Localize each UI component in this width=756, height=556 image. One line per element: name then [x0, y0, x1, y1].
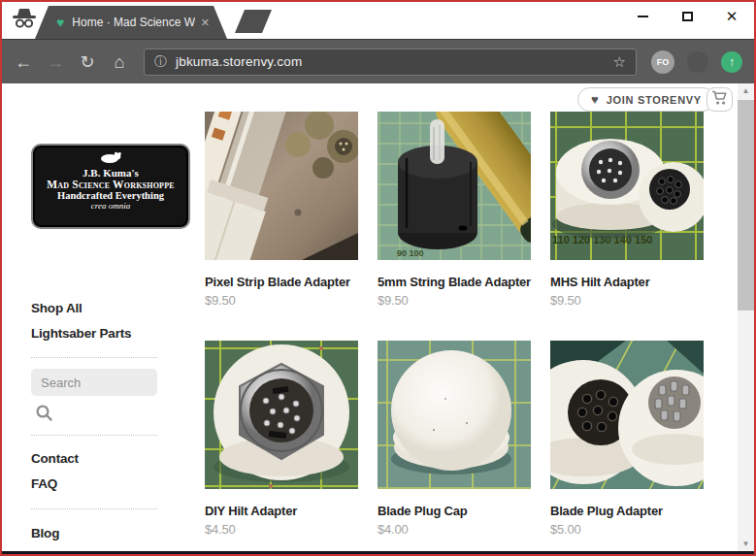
scroll-down-icon[interactable]: ▼ — [738, 537, 754, 551]
logo-line2: Mad Science Workshoppe — [33, 179, 188, 190]
product-photo-blade-plug-adapter — [550, 341, 704, 489]
product-title[interactable]: MHS Hilt Adapter — [550, 275, 704, 289]
product-image[interactable] — [205, 341, 358, 489]
product-price: $9.50 — [378, 293, 531, 308]
profile-avatar[interactable]: FO — [651, 50, 674, 74]
product-title[interactable]: Pixel Strip Blade Adapter — [205, 275, 358, 289]
product-price: $4.00 — [378, 522, 531, 537]
logo-line3: Handcrafted Everything — [33, 190, 188, 201]
incognito-icon — [10, 8, 39, 33]
product-title[interactable]: 5mm String Blade Adapter — [378, 275, 531, 289]
product-card: 90 100 — [378, 112, 531, 308]
tab-title: Home · Mad Science Wo — [72, 16, 194, 29]
forward-icon[interactable]: → — [46, 53, 65, 71]
logo-line1: J.B. Kuma's — [33, 167, 188, 179]
close-button[interactable]: ✕ — [715, 4, 748, 29]
bookmark-star-icon[interactable]: ☆ — [613, 53, 626, 71]
scrollbar[interactable]: ▲ ▼ — [738, 83, 754, 551]
sidebar-divider — [31, 357, 157, 358]
scrollbar-thumb[interactable] — [738, 100, 754, 311]
product-price: $4.50 — [205, 522, 358, 537]
product-title[interactable]: DIY Hilt Adapter — [205, 504, 358, 518]
sidebar-item-blog[interactable]: Blog — [31, 526, 59, 540]
bear-icon — [98, 150, 123, 163]
cart-button[interactable] — [707, 87, 733, 112]
product-image[interactable] — [378, 341, 531, 489]
product-card: 110 120 130 140 150 — [550, 112, 704, 308]
join-storenvy-button[interactable]: ♥ JOIN STORENVY — [577, 87, 715, 112]
sidebar-divider — [31, 508, 157, 509]
product-photo-blade-plug-cap — [378, 341, 531, 489]
product-image[interactable]: 110 120 130 140 150 — [550, 112, 704, 260]
back-icon[interactable]: ← — [14, 53, 33, 71]
page-content: ♥ JOIN STORENVY J.B. Kuma' — [2, 83, 754, 551]
maximize-icon — [682, 12, 693, 21]
product-title[interactable]: Blade Plug Adapter — [550, 504, 704, 518]
page-info-icon[interactable]: ⓘ — [154, 53, 167, 71]
product-card: Pixel Strip Blade Adapter $9.50 — [205, 112, 358, 308]
product-grid: Pixel Strip Blade Adapter $9.50 — [205, 112, 704, 537]
product-photo-mhs-hilt: 110 120 130 140 150 — [550, 112, 704, 260]
window-bottom-edge — [2, 551, 754, 554]
product-card: Blade Plug Cap $4.00 — [378, 341, 531, 537]
mat-ruler-numbers: 90 100 — [397, 248, 424, 258]
browser-tab[interactable]: ♥ Home · Mad Science Wo ✕ — [35, 6, 227, 39]
product-price: $9.50 — [205, 293, 358, 308]
product-title[interactable]: Blade Plug Cap — [378, 504, 531, 518]
reload-icon[interactable]: ↻ — [78, 53, 97, 71]
sidebar-item-faq[interactable]: FAQ — [31, 476, 57, 491]
address-bar[interactable]: ⓘ jbkuma.storenvy.com ☆ — [144, 49, 637, 76]
product-card: DIY Hilt Adapter $4.50 — [205, 341, 358, 537]
storenvy-heart-favicon: ♥ — [56, 16, 64, 29]
cart-icon — [711, 90, 728, 110]
heart-icon: ♥ — [591, 93, 599, 106]
product-photo-pixel-strip — [205, 112, 358, 260]
new-tab-button[interactable] — [235, 10, 272, 33]
home-icon[interactable]: ⌂ — [110, 53, 129, 71]
product-image[interactable] — [205, 112, 358, 260]
product-price: $5.00 — [550, 522, 704, 537]
sidebar-divider — [31, 435, 157, 436]
minimize-icon — [638, 16, 648, 17]
minimize-button[interactable] — [626, 4, 659, 29]
sidebar-item-lightsaber-parts[interactable]: Lightsaber Parts — [31, 326, 131, 341]
product-image[interactable] — [550, 341, 704, 489]
browser-toolbar: ← → ↻ ⌂ ⓘ jbkuma.storenvy.com ☆ FO ↑ — [2, 39, 754, 83]
product-price: $9.50 — [550, 293, 704, 308]
sidebar-item-shop-all[interactable]: Shop All — [31, 301, 82, 315]
product-image[interactable]: 90 100 — [378, 112, 531, 260]
search-icon[interactable] — [35, 404, 54, 427]
tab-close-icon[interactable]: ✕ — [201, 16, 210, 29]
titlebar: ♥ Home · Mad Science Wo ✕ ✕ — [2, 2, 754, 39]
url-text[interactable]: jbkuma.storenvy.com — [176, 54, 613, 69]
maximize-button[interactable] — [671, 4, 704, 29]
join-storenvy-label: JOIN STORENVY — [607, 94, 702, 106]
extension-icon[interactable] — [687, 51, 708, 73]
search-input[interactable] — [31, 369, 157, 396]
update-arrow-icon[interactable]: ↑ — [721, 51, 742, 73]
browser-window: ♥ Home · Mad Science Wo ✕ ✕ ← → ↻ ⌂ ⓘ jb… — [0, 0, 756, 556]
store-sidebar: J.B. Kuma's Mad Science Workshoppe Handc… — [31, 83, 190, 551]
scroll-up-icon[interactable]: ▲ — [738, 83, 754, 98]
store-logo[interactable]: J.B. Kuma's Mad Science Workshoppe Handc… — [31, 144, 190, 229]
window-controls: ✕ — [620, 2, 754, 31]
product-card: Blade Plug Adapter $5.00 — [550, 341, 704, 537]
product-photo-diy-hilt — [205, 341, 358, 489]
logo-line4: crea omnia — [33, 201, 188, 211]
sidebar-item-contact[interactable]: Contact — [31, 451, 79, 466]
product-photo-5mm-string: 90 100 — [378, 112, 531, 260]
